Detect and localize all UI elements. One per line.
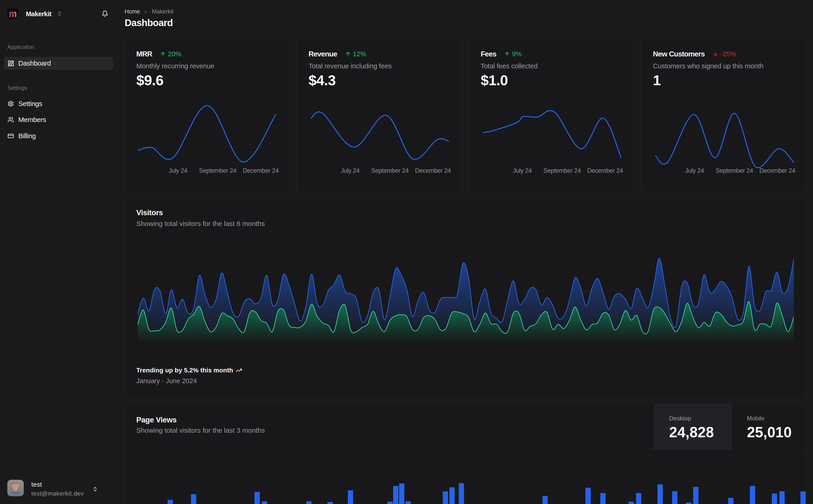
svg-text:m: m <box>9 8 17 19</box>
